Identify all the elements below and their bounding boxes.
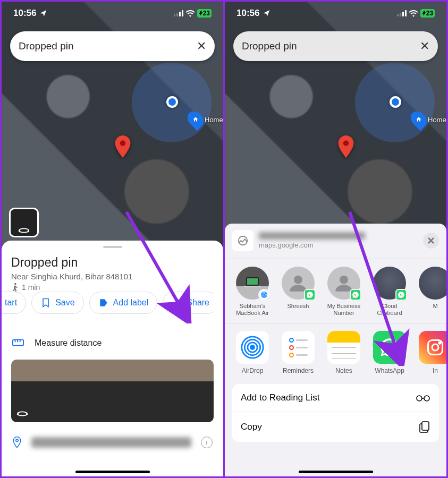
location-arrow-icon: [39, 9, 48, 18]
share-contact[interactable]: Shreesh: [278, 267, 318, 317]
svg-point-30: [432, 344, 438, 351]
streetview-thumbnail[interactable]: [9, 208, 39, 237]
share-app-airdrop[interactable]: AirDrop: [232, 331, 273, 374]
svg-rect-13: [402, 12, 404, 16]
share-app-reminders[interactable]: Reminders: [278, 331, 318, 374]
share-contact[interactable]: Cloud Clipboard: [369, 267, 410, 317]
svg-point-6: [14, 283, 16, 285]
measure-distance-button[interactable]: Measure distance: [2, 330, 223, 356]
svg-rect-0: [174, 14, 175, 16]
search-bar[interactable]: Dropped pin ✕: [233, 31, 438, 61]
share-app-whatsapp[interactable]: WhatsApp: [369, 331, 410, 374]
share-apps-row: AirDropRemindersNotesWhatsAppIn: [225, 325, 446, 380]
cellular-icon: [174, 10, 183, 16]
status-bar: 10:56 23: [225, 2, 446, 25]
share-source-icon: [232, 230, 253, 251]
svg-point-25: [250, 346, 254, 349]
svg-rect-1: [176, 13, 178, 16]
share-actions: Add to Reading List Copy: [232, 384, 439, 442]
status-time: 10:56: [236, 8, 259, 19]
share-contact[interactable]: Subham's MacBook Air: [232, 267, 273, 317]
share-title-blurred: [259, 232, 365, 240]
sheet-grabber[interactable]: [103, 246, 122, 248]
svg-rect-2: [179, 12, 181, 16]
dropped-pin-marker[interactable]: [114, 135, 131, 160]
ios-share-sheet: maps.google.com Subham's MacBook AirShre…: [225, 224, 446, 476]
share-url: maps.google.com: [259, 241, 418, 249]
location-arrow-icon: [263, 9, 271, 18]
current-location-dot: [390, 96, 401, 108]
copy-button[interactable]: Copy: [232, 412, 439, 442]
walk-time: 1 min: [11, 283, 214, 292]
wifi-icon: [409, 10, 418, 17]
battery-indicator: 23: [197, 9, 212, 18]
clear-search-icon[interactable]: ✕: [197, 39, 206, 53]
address-row[interactable]: i: [2, 430, 223, 455]
start-button[interactable]: tart: [2, 292, 26, 314]
cellular-icon: [397, 10, 407, 16]
status-bar: 10:56 23: [2, 2, 223, 25]
share-contact[interactable]: M: [415, 267, 446, 317]
search-bar[interactable]: Dropped pin ✕: [10, 31, 215, 61]
svg-rect-11: [397, 14, 399, 16]
share-contacts-row: Subham's MacBook AirShreeshMy Business N…: [225, 260, 446, 322]
svg-rect-3: [182, 10, 183, 16]
streetview-preview[interactable]: [11, 360, 214, 422]
search-text: Dropped pin: [19, 40, 197, 52]
phone-left: 10:56 23 Dropped pin ✕ Home: [2, 2, 225, 476]
svg-point-32: [417, 396, 422, 401]
svg-point-23: [294, 276, 302, 284]
svg-rect-18: [247, 278, 258, 285]
home-pin[interactable]: Home: [189, 110, 223, 129]
save-button[interactable]: Save: [31, 292, 83, 314]
wifi-icon: [185, 10, 195, 17]
svg-point-31: [439, 343, 441, 344]
clear-search-icon[interactable]: ✕: [420, 39, 429, 53]
share-button[interactable]: Share: [163, 292, 214, 314]
close-share-button[interactable]: [423, 233, 439, 249]
svg-point-9: [16, 439, 19, 442]
svg-rect-34: [422, 422, 429, 430]
glasses-icon: [416, 394, 430, 402]
svg-point-20: [264, 294, 265, 296]
place-sheet: Dropped pin Near Singhia Khurd, Bihar 84…: [2, 241, 223, 476]
phone-right: 10:56 23 Dropped pin ✕ Home: [225, 2, 446, 476]
home-indicator[interactable]: [299, 471, 373, 473]
svg-point-8: [18, 412, 27, 415]
status-time: 10:56: [13, 8, 36, 19]
add-label-button[interactable]: Add label: [89, 292, 158, 314]
search-text: Dropped pin: [242, 40, 420, 52]
battery-indicator: 23: [420, 9, 435, 18]
svg-rect-19: [244, 286, 261, 287]
share-app-notes[interactable]: Notes: [324, 331, 364, 374]
dropped-pin-marker[interactable]: [337, 135, 354, 160]
share-app-instagram[interactable]: In: [415, 331, 446, 374]
place-title: Dropped pin: [11, 255, 214, 270]
svg-point-33: [424, 396, 429, 401]
svg-point-5: [19, 228, 29, 232]
copy-icon: [419, 421, 430, 433]
home-pin[interactable]: Home: [412, 110, 446, 129]
svg-point-15: [343, 140, 349, 146]
address-text-blurred: [31, 437, 191, 448]
add-reading-list-button[interactable]: Add to Reading List: [232, 384, 439, 412]
share-contact[interactable]: My Business Number: [324, 267, 364, 317]
svg-point-4: [120, 140, 126, 146]
svg-point-24: [340, 276, 348, 284]
place-address: Near Singhia Khurd, Bihar 848101: [11, 272, 214, 281]
svg-rect-14: [405, 10, 407, 16]
info-icon[interactable]: i: [201, 437, 213, 448]
current-location-dot: [166, 96, 178, 108]
svg-rect-12: [400, 13, 401, 16]
home-indicator[interactable]: [75, 471, 150, 473]
